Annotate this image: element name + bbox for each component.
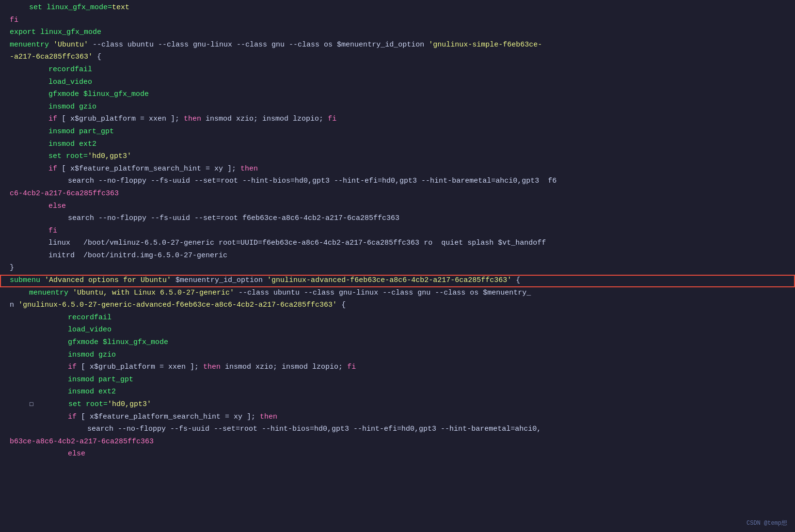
code-line: set linux_gfx_mode=text (0, 2, 795, 15)
token: insmod xzio; insmod lzopio; (221, 363, 347, 371)
token: b63ce-a8c6-4cb2-a217-6ca285ffc363 (10, 438, 154, 446)
token: -a217-6ca285ffc363' (10, 53, 93, 61)
token: if (68, 413, 77, 421)
code-line: search --no-floppy --fs-uuid --set=root … (0, 423, 795, 436)
token: 'gnulinux-6.5.0-27-generic-advanced-f6eb… (18, 301, 337, 309)
code-line: c6-4cb2-a217-6ca285ffc363 (0, 188, 795, 201)
code-line: menuentry 'Ubuntu' --class ubuntu --clas… (0, 39, 795, 52)
token: insmod ext2 (48, 140, 96, 148)
token: if (48, 165, 57, 173)
token: insmod gzio (68, 351, 116, 359)
code-line: submenu 'Advanced options for Ubuntu' $m… (0, 275, 795, 287)
code-line: insmod ext2 (0, 386, 795, 399)
code-line: if [ x$feature_platform_search_hint = xy… (0, 411, 795, 424)
code-container: set linux_gfx_mode=textfiexport linux_gf… (0, 0, 795, 532)
code-line: -a217-6ca285ffc363' { (0, 51, 795, 64)
token: load_video (48, 78, 92, 86)
token: c6-4cb2-a217-6ca285ffc363 (10, 189, 119, 198)
code-line: initrd /boot/initrd.img-6.5.0-27-generic (0, 250, 795, 263)
token: insmod ext2 (68, 388, 116, 396)
token: insmod part_gpt (68, 376, 133, 384)
token: search --no-floppy --fs-uuid --set=root … (68, 177, 556, 185)
token: fi (48, 227, 57, 235)
code-line: else (0, 448, 795, 461)
token: submenu (10, 276, 45, 284)
code-line: if [ x$grub_platform = xxen ]; then insm… (0, 361, 795, 374)
code-line: linux /boot/vmlinuz-6.5.0-27-generic roo… (0, 237, 795, 250)
token: recordfail (68, 313, 111, 322)
code-line: load_video (0, 77, 795, 89)
token: else (68, 450, 85, 458)
token: 'Ubuntu, with Linux 6.5.0-27-generic' (73, 289, 234, 297)
token: 'hd0,gpt3' (88, 152, 131, 160)
token: } (10, 264, 14, 272)
token: else (48, 202, 66, 210)
token: n (10, 301, 18, 309)
token: insmod gzio (48, 103, 96, 111)
token: linux /boot/vmlinuz-6.5.0-27-generic roo… (48, 239, 546, 247)
token: 'hd0,gpt3' (108, 400, 151, 408)
code-line: insmod part_gpt (0, 126, 795, 139)
token: then (184, 115, 201, 123)
token: [ x$grub_platform = xxen ]; (77, 363, 203, 371)
token: if (48, 115, 57, 123)
code-line: load_video (0, 324, 795, 337)
code-line: set root='hd0,gpt3' (0, 151, 795, 163)
token: [ x$feature_platform_search_hint = xy ]; (77, 413, 260, 421)
token: gfxmode $linux_gfx_mode (48, 90, 149, 98)
token: if (68, 363, 77, 371)
token: search --no-floppy --fs-uuid --set=root … (87, 425, 541, 433)
code-line: menuentry 'Ubuntu, with Linux 6.5.0-27-g… (0, 287, 795, 300)
code-line: n 'gnulinux-6.5.0-27-generic-advanced-f6… (0, 299, 795, 312)
token: fi (328, 115, 336, 123)
token: --class ubuntu --class gnu-linux --class… (88, 41, 429, 49)
token: then (260, 413, 277, 421)
token: menuentry (29, 289, 73, 297)
code-line: fi (0, 15, 795, 27)
token: fi (10, 16, 18, 24)
token: initrd /boot/initrd.img-6.5.0-27-generic (48, 251, 227, 260)
token: then (240, 165, 258, 173)
code-line: insmod part_gpt (0, 374, 795, 387)
token: insmod xzio; insmod lzopio; (201, 115, 328, 123)
token: insmod part_gpt (48, 127, 114, 136)
token: then (203, 363, 221, 371)
token: gfxmode $linux_gfx_mode (68, 338, 168, 346)
code-line: if [ x$feature_platform_search_hint = xy… (0, 163, 795, 176)
token: [ x$feature_platform_search_hint = xy ]; (57, 165, 240, 173)
token: 'Advanced options for Ubuntu' (45, 276, 171, 284)
token: fi (347, 363, 356, 371)
watermark: CSDN @temp想 (747, 519, 787, 528)
token: 'gnulinux-simple-f6eb63ce- (429, 41, 542, 49)
code-line: insmod gzio (0, 349, 795, 362)
code-line: export linux_gfx_mode (0, 27, 795, 39)
token: --class ubuntu --class gnu-linux --class… (234, 289, 531, 297)
code-line: insmod ext2 (0, 139, 795, 151)
token: { (511, 276, 520, 284)
token: menuentry (10, 41, 53, 49)
code-line: else (0, 201, 795, 213)
token: search --no-floppy --fs-uuid --set=root … (68, 214, 399, 222)
code-line: gfxmode $linux_gfx_mode (0, 337, 795, 349)
code-line: if [ x$grub_platform = xxen ]; then insm… (0, 113, 795, 126)
code-line: b63ce-a8c6-4cb2-a217-6ca285ffc363 (0, 436, 795, 449)
token: set root= (48, 152, 88, 160)
token: [ x$grub_platform = xxen ]; (57, 115, 184, 123)
token: text (112, 3, 129, 12)
code-line: ☐ set root='hd0,gpt3' (0, 399, 795, 411)
code-line: recordfail (0, 64, 795, 77)
token: ☐ (29, 400, 33, 408)
token: { (337, 301, 346, 309)
token: $menuentry_id_option (171, 276, 267, 284)
token: set linux_gfx_mode= (29, 3, 112, 12)
token: recordfail (48, 65, 92, 74)
code-line: search --no-floppy --fs-uuid --set=root … (0, 175, 795, 188)
code-line: search --no-floppy --fs-uuid --set=root … (0, 213, 795, 225)
token: 'Ubuntu' (53, 41, 88, 49)
code-line: fi (0, 225, 795, 238)
token: 'gnulinux-advanced-f6eb63ce-a8c6-4cb2-a2… (267, 276, 511, 284)
code-line: gfxmode $linux_gfx_mode (0, 89, 795, 101)
code-line: insmod gzio (0, 101, 795, 114)
code-line: } (0, 262, 795, 275)
token: load_video (68, 326, 111, 334)
